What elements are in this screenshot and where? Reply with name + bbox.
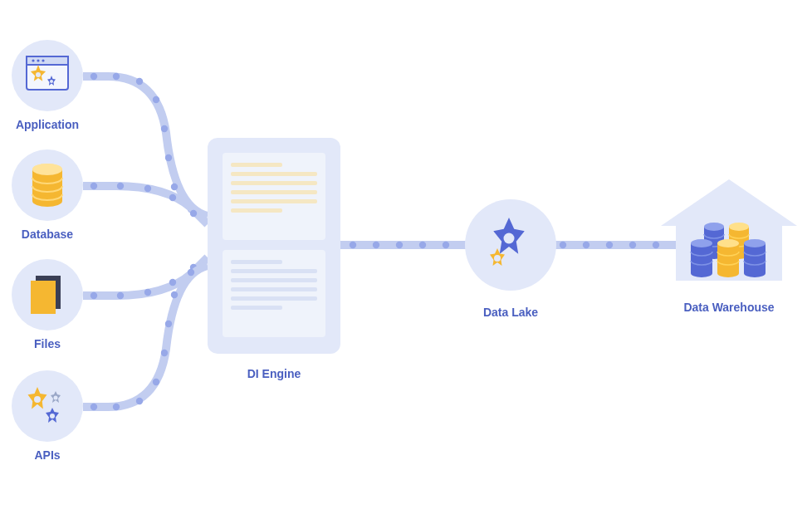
di-engine — [208, 138, 340, 354]
data-lake-label: Data Lake — [465, 306, 556, 319]
engine-page-top — [223, 153, 325, 240]
svg-rect-13 — [31, 281, 56, 314]
svg-point-15 — [54, 396, 58, 400]
svg-point-24 — [729, 223, 749, 231]
svg-point-4 — [37, 59, 39, 61]
svg-point-26 — [691, 269, 712, 277]
source-apis: APIs — [12, 370, 83, 462]
data-warehouse: Data Warehouse — [658, 174, 800, 314]
svg-rect-25 — [691, 243, 712, 273]
svg-point-17 — [504, 233, 515, 244]
database-icon — [12, 149, 83, 221]
svg-point-11 — [32, 164, 62, 175]
svg-point-18 — [494, 255, 501, 262]
files-icon — [12, 259, 83, 330]
warehouse-icon — [658, 174, 800, 291]
svg-point-14 — [34, 396, 41, 403]
apis-icon — [12, 370, 83, 442]
svg-point-5 — [42, 59, 44, 61]
engine-page-bottom — [223, 250, 325, 337]
di-engine-label: DI Engine — [208, 367, 340, 380]
data-lake-icon — [465, 199, 556, 291]
svg-rect-28 — [717, 243, 739, 273]
files-label: Files — [12, 337, 83, 350]
database-label: Database — [12, 228, 83, 241]
source-database: Database — [12, 149, 83, 241]
svg-point-16 — [50, 414, 55, 419]
svg-point-33 — [744, 239, 766, 247]
source-files: Files — [12, 259, 83, 350]
data-warehouse-label: Data Warehouse — [658, 301, 800, 314]
application-icon — [12, 40, 83, 111]
source-application: Application — [12, 40, 83, 131]
application-label: Application — [12, 118, 83, 131]
svg-rect-31 — [744, 243, 766, 273]
svg-point-27 — [691, 239, 712, 247]
data-lake: Data Lake — [465, 199, 556, 319]
svg-point-6 — [36, 72, 41, 77]
svg-point-7 — [50, 80, 53, 83]
svg-point-30 — [717, 239, 739, 247]
svg-point-29 — [717, 269, 739, 277]
apis-label: APIs — [12, 448, 83, 462]
svg-point-21 — [704, 223, 724, 231]
svg-point-32 — [744, 269, 766, 277]
svg-point-3 — [32, 59, 34, 61]
